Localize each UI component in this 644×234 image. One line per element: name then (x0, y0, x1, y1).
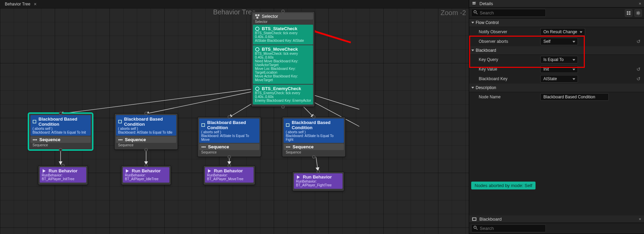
condition-icon (201, 123, 205, 127)
input-pin[interactable] (312, 115, 315, 119)
view-options-button[interactable] (625, 9, 632, 17)
decorator-blackboard-condition[interactable]: Blackboard Based Condition ( aborts self… (30, 115, 91, 136)
annotation-arrow (311, 27, 352, 48)
service-line: Move Actor Blackboard Key: MoveTarget (255, 74, 311, 82)
section-label: Blackboard (476, 48, 496, 53)
run-icon (207, 169, 212, 173)
input-pin[interactable] (59, 112, 62, 115)
run-sub: RunBehavior: BT_AIPlayer_FightTree (296, 180, 340, 187)
reset-icon[interactable]: ↺ (636, 39, 641, 44)
input-pin[interactable] (281, 10, 285, 13)
seq-sub: Sequence (116, 143, 176, 147)
section-description[interactable]: Description (469, 84, 644, 92)
output-pin[interactable] (144, 148, 148, 151)
svg-line-34 (476, 13, 478, 14)
run-behavior-init[interactable]: Run BehaviorRunBehavior: BT_AIPlayer_Ini… (38, 166, 88, 185)
run-title: Run Behavior (132, 168, 161, 173)
decorator-blackboard-condition[interactable]: Blackboard Based Condition ( aborts self… (116, 115, 176, 136)
details-panel: Details × Flow Control Notify Observer O… (469, 0, 644, 234)
input-pin[interactable] (228, 115, 231, 119)
input-pin[interactable] (228, 164, 231, 167)
seq-sub: Sequence (199, 150, 259, 155)
input-pin[interactable] (144, 164, 148, 167)
svg-rect-18 (33, 139, 34, 140)
blackboard-key-dropdown[interactable]: AIState (540, 75, 578, 83)
blackboard-search-input[interactable] (471, 224, 546, 232)
input-pin[interactable] (317, 170, 320, 173)
output-pin[interactable] (312, 155, 315, 159)
output-pin[interactable] (281, 105, 285, 109)
details-search-input[interactable] (471, 9, 546, 17)
service-title: BTS_EnemyCheck (262, 86, 301, 91)
sequence-node-fight[interactable]: Blackboard Based Condition ( aborts self… (282, 117, 345, 157)
service-line: Need Move Blackboard Key: UseActorTarget (255, 59, 311, 67)
svg-line-42 (476, 228, 478, 230)
svg-rect-36 (629, 11, 630, 12)
service-enemycheck[interactable]: BTS_EnemyCheck BTS_EnemyCheck: tick ever… (253, 85, 313, 104)
key-query-dropdown[interactable]: Is Equal To (540, 56, 578, 63)
sequence-header: Sequence (199, 144, 259, 150)
graph-title: Behavior Tree (213, 8, 256, 16)
input-pin[interactable] (144, 112, 148, 115)
key-value-dropdown[interactable]: Init (540, 65, 578, 73)
selector-icon (255, 14, 260, 19)
run-behavior-fight[interactable]: Run BehaviorRunBehavior: BT_AIPlayer_Fig… (293, 172, 344, 191)
sequence-node-move[interactable]: Blackboard Based Condition ( aborts self… (198, 117, 261, 157)
selector-node[interactable]: Selector Selector BTS_StateCheck BTS_Sta… (252, 12, 314, 107)
sequence-header: Sequence (30, 136, 91, 143)
run-sub: RunBehavior: BT_AIPlayer_IdleTree (125, 173, 167, 181)
decor-aborts: ( aborts self ) (33, 127, 89, 131)
svg-rect-32 (289, 146, 291, 148)
decorator-blackboard-condition[interactable]: Blackboard Based Condition ( aborts self… (284, 119, 344, 143)
svg-rect-35 (627, 11, 628, 12)
run-sub: RunBehavior: BT_AIPlayer_MoveTree (207, 173, 252, 181)
decor-title: Blackboard Based Condition (39, 116, 89, 127)
section-label: Description (476, 85, 496, 90)
service-statecheck[interactable]: BTS_StateCheck BTS_StateCheck: tick ever… (253, 25, 313, 45)
run-behavior-idle[interactable]: Run BehaviorRunBehavior: BT_AIPlayer_Idl… (121, 166, 171, 185)
decor-cond: Blackboard: AIState Is Equal To Fight (286, 134, 342, 141)
node-name-input[interactable]: Blackboard Based Condition (540, 93, 609, 101)
graph-canvas[interactable]: Behavior Tree Zoom -2 Selector (0, 8, 469, 234)
svg-rect-27 (203, 146, 204, 148)
sequence-node-init[interactable]: Blackboard Based Condition ( aborts self… (29, 114, 92, 149)
sequence-node-idle[interactable]: Blackboard Based Condition ( aborts self… (115, 114, 178, 149)
seq-sub: Sequence (30, 143, 91, 147)
prop-label: Blackboard Key (479, 76, 540, 81)
service-icon (255, 86, 260, 91)
svg-rect-21 (118, 120, 121, 123)
service-line: BTS_EnemyCheck: tick every 0.40s..0.60s (255, 91, 311, 99)
svg-rect-13 (256, 16, 258, 18)
settings-button[interactable] (634, 9, 642, 17)
decor-title: Blackboard Based Condition (292, 120, 342, 130)
details-tab[interactable]: Details × (469, 0, 644, 8)
service-line: BTS_StateCheck: tick every 0.40s..0.60s (255, 31, 311, 39)
tab-behavior-tree[interactable]: Behavior Tree × (2, 0, 39, 8)
svg-rect-22 (118, 139, 120, 140)
seq-title: Sequence (125, 137, 146, 142)
section-blackboard[interactable]: Blackboard (469, 46, 644, 55)
reset-icon[interactable]: ↺ (636, 66, 641, 72)
observer-aborts-dropdown[interactable]: Self (540, 38, 578, 45)
blackboard-tab[interactable]: Blackboard × (469, 215, 644, 223)
blackboard-icon (472, 217, 477, 222)
close-icon[interactable]: × (639, 217, 641, 222)
close-icon[interactable]: × (34, 1, 37, 7)
input-pin[interactable] (61, 164, 65, 167)
decorator-blackboard-condition[interactable]: Blackboard Based Condition ( aborts self… (199, 119, 259, 143)
output-pin[interactable] (228, 155, 231, 159)
svg-line-0 (61, 85, 282, 114)
notify-observer-dropdown[interactable]: On Result Change (540, 28, 585, 36)
prop-label: Key Value (479, 67, 540, 72)
svg-rect-25 (202, 124, 205, 127)
run-behavior-move[interactable]: Run BehaviorRunBehavior: BT_AIPlayer_Mov… (204, 166, 255, 185)
service-movecheck[interactable]: BTS_MoveCheck BTS_MoveCheck: tick every … (253, 45, 313, 84)
close-icon[interactable]: × (639, 1, 641, 6)
svg-rect-37 (627, 13, 628, 14)
seq-title: Sequence (293, 144, 313, 149)
section-flow-control[interactable]: Flow Control (469, 19, 644, 27)
svg-rect-19 (34, 139, 36, 140)
output-pin[interactable] (59, 148, 62, 151)
search-icon (473, 10, 478, 16)
reset-icon[interactable]: ↺ (636, 76, 641, 82)
